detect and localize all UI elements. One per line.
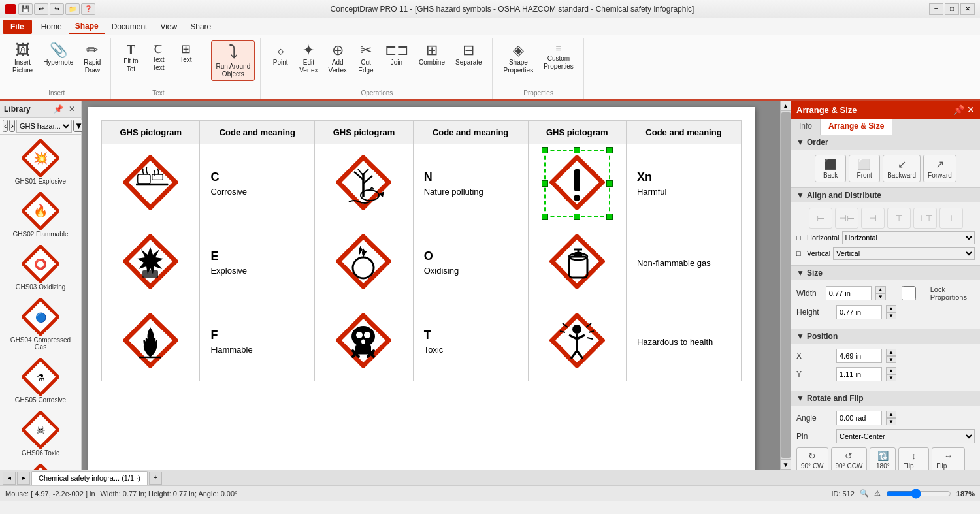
align-center-button[interactable]: ⊣⊢ [835, 208, 858, 229]
angle-input[interactable] [836, 411, 882, 425]
canvas-vscrollbar[interactable]: ▲ ▼ [780, 101, 791, 470]
position-section-header[interactable]: ▼ Position [791, 329, 980, 344]
horizontal-dropdown[interactable]: Horizontal [842, 231, 975, 244]
list-item[interactable]: ! GHS07 [20, 462, 61, 470]
list-item[interactable]: 🔥 GHS02 Flammable [11, 190, 69, 239]
rotate-90cw-button[interactable]: ↻ 90° CW [796, 447, 828, 470]
titlebar-folder[interactable]: 📁 [65, 3, 80, 15]
maximize-button[interactable]: □ [945, 3, 959, 15]
handle-ml[interactable] [542, 180, 548, 187]
align-bottom-button[interactable]: ⊥ [939, 208, 963, 229]
cut-edge-button[interactable]: ✂ CutEdge [353, 40, 379, 77]
combine-button[interactable]: ⊞ Combine [414, 40, 449, 69]
tab-arrange-size[interactable]: Arrange & Size [821, 119, 892, 135]
pin-dropdown[interactable]: Center-Center [836, 429, 975, 443]
align-middle-button[interactable]: ⊥⊤ [913, 208, 937, 229]
forward-button[interactable]: ↗ Forward [923, 155, 956, 182]
align-left-button[interactable]: ⊢ [809, 208, 832, 229]
add-vertex-button[interactable]: ⊕ AddVertex [324, 40, 351, 77]
flip-horizontal-button[interactable]: ↔ FlipHorizont [932, 447, 965, 470]
menu-home[interactable]: Home [35, 20, 69, 34]
tab-chemical-safety[interactable]: Chemical safety infogra... (1/1 ·) [31, 471, 148, 485]
y-input[interactable] [836, 367, 882, 381]
rapid-draw-button[interactable]: ✏ RapidDraw [79, 40, 105, 77]
menu-file[interactable]: File [3, 20, 32, 34]
back-button[interactable]: ⬛ Back [815, 155, 846, 182]
fit-to-text-button[interactable]: T Fit toTet [118, 40, 144, 76]
y-down[interactable]: ▼ [886, 374, 896, 381]
width-input[interactable] [826, 286, 872, 300]
text-bound-button[interactable]: ⊞ Text [172, 40, 199, 67]
separate-button[interactable]: ⊟ Separate [451, 40, 487, 69]
zoom-slider[interactable] [886, 489, 951, 499]
front-button[interactable]: ⬜ Front [849, 155, 880, 182]
library-dropdown[interactable]: GHS hazar... [16, 120, 72, 133]
run-around-objects-button[interactable]: ⤵ Run AroundObjects [211, 40, 255, 81]
x-down[interactable]: ▼ [886, 356, 896, 363]
text-handle-button[interactable]: Ꞇ TextText [145, 40, 171, 74]
rotate-180-button[interactable]: 🔃 180° [870, 447, 896, 470]
menu-share[interactable]: Share [184, 20, 218, 34]
minimize-button[interactable]: − [929, 3, 943, 15]
height-down[interactable]: ▼ [886, 312, 896, 319]
scroll-up[interactable]: ▲ [781, 101, 791, 111]
handle-bm[interactable] [574, 214, 580, 220]
panel-pin-button[interactable]: 📌 [953, 104, 964, 115]
menu-document[interactable]: Document [105, 20, 154, 34]
library-pin[interactable]: 📌 [52, 104, 65, 114]
align-top-button[interactable]: ⊤ [887, 208, 911, 229]
menu-view[interactable]: View [154, 20, 184, 34]
rotate-90ccw-button[interactable]: ↺ 90° CCW [831, 447, 868, 470]
list-item[interactable]: ☠ GHS06 Toxic [20, 409, 61, 458]
y-up[interactable]: ▲ [886, 367, 896, 374]
handle-mr[interactable] [606, 180, 613, 187]
edit-vertex-button[interactable]: ✦ EditVertex [295, 40, 322, 77]
align-right-button[interactable]: ⊣ [861, 208, 885, 229]
list-item[interactable]: 🔵 GHS04 Compressed Gas [3, 296, 78, 352]
tab-add[interactable]: + [149, 472, 162, 485]
titlebar-undo[interactable]: ↩ [34, 3, 48, 15]
panel-close-button[interactable]: ✕ [967, 104, 975, 115]
x-input[interactable] [836, 349, 882, 363]
list-item[interactable]: ⭕ GHS03 Oxidizing [14, 243, 67, 292]
menu-shape[interactable]: Shape [69, 20, 105, 34]
size-section-header[interactable]: ▼ Size [791, 266, 980, 280]
handle-tl[interactable] [542, 147, 548, 153]
join-button[interactable]: ⊏⊐ Join [380, 40, 413, 69]
order-section-header[interactable]: ▼ Order [791, 135, 980, 150]
backward-button[interactable]: ↙ Backward [883, 155, 921, 182]
library-close[interactable]: ✕ [67, 104, 77, 114]
lib-prev-button[interactable]: ‹ [3, 120, 8, 132]
tab-info[interactable]: Info [791, 119, 821, 135]
titlebar-redo[interactable]: ↪ [50, 3, 64, 15]
width-down[interactable]: ▼ [875, 293, 886, 300]
angle-up[interactable]: ▲ [886, 411, 896, 418]
close-button[interactable]: ✕ [960, 3, 975, 15]
angle-down[interactable]: ▼ [886, 418, 896, 425]
tab-prev[interactable]: ◂ [3, 472, 16, 485]
titlebar-save[interactable]: 💾 [18, 3, 33, 15]
flip-vertical-button[interactable]: ↕ FlipVertical [898, 447, 929, 470]
point-button[interactable]: ⬦ Point [267, 40, 293, 69]
handle-bl[interactable] [542, 214, 548, 220]
insert-picture-button[interactable]: 🖼 InsertPicture [8, 40, 37, 77]
handle-tm[interactable] [574, 147, 580, 153]
rotate-section-header[interactable]: ▼ Rotate and Flip [791, 391, 980, 406]
width-up[interactable]: ▲ [875, 286, 886, 293]
hypernote-button[interactable]: 📎 Hypernote [39, 40, 78, 69]
lib-next-button[interactable]: › [9, 120, 14, 132]
scroll-thumb[interactable] [781, 112, 791, 458]
list-item[interactable]: ⚗ GHS05 Corrosive [14, 356, 67, 405]
titlebar-help[interactable]: ❓ [81, 3, 95, 15]
selected-pictogram-cell[interactable] [528, 144, 626, 223]
handle-br[interactable] [606, 214, 613, 220]
align-section-header[interactable]: ▼ Align and Distribute [791, 188, 980, 202]
custom-properties-button[interactable]: ≡ CustomProperties [539, 40, 578, 73]
vertical-dropdown[interactable]: Vertical [833, 247, 975, 260]
height-input[interactable] [836, 305, 882, 319]
handle-tr[interactable] [606, 147, 613, 153]
height-up[interactable]: ▲ [886, 305, 896, 312]
shape-properties-button[interactable]: ◈ ShapeProperties [499, 40, 538, 77]
scroll-down[interactable]: ▼ [781, 459, 791, 470]
lock-proportions-checkbox[interactable] [890, 286, 928, 300]
